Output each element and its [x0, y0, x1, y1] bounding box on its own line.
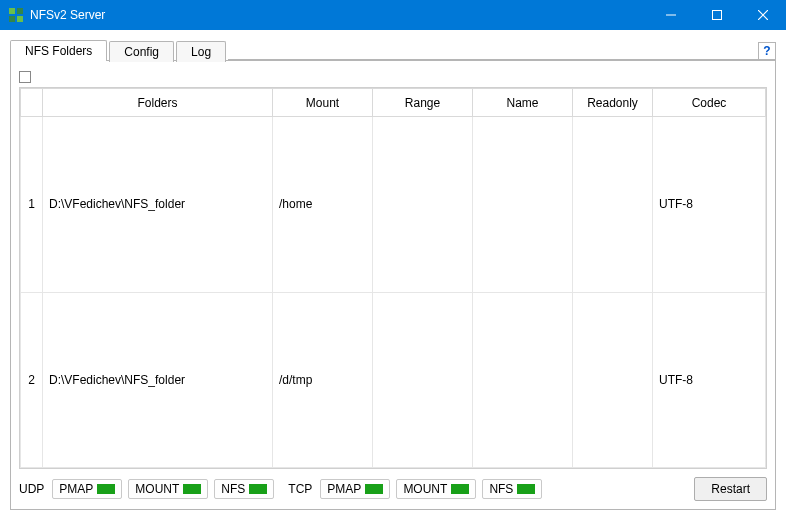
cell-codec[interactable]: UTF-8 [653, 292, 766, 468]
close-button[interactable] [740, 0, 786, 30]
minimize-button[interactable] [648, 0, 694, 30]
select-all-checkbox[interactable] [19, 71, 31, 83]
tcp-nfs-status: NFS [482, 479, 542, 499]
cell-readonly[interactable] [573, 292, 653, 468]
tab-log[interactable]: Log [176, 41, 226, 62]
help-button[interactable]: ? [758, 42, 776, 60]
maximize-button[interactable] [694, 0, 740, 30]
status-bar: UDP PMAP MOUNT NFS TCP PMAP MOUNT NFS Re… [19, 469, 767, 501]
col-folders[interactable]: Folders [43, 89, 273, 117]
udp-label: UDP [19, 482, 44, 496]
tab-bar: NFS Folders Config Log ? [10, 38, 776, 60]
grid-header: Folders Mount Range Name Readonly Codec [21, 89, 766, 117]
titlebar: NFSv2 Server [0, 0, 786, 30]
app-icon [8, 7, 24, 23]
col-range[interactable]: Range [373, 89, 473, 117]
cell-readonly[interactable] [573, 117, 653, 293]
status-led-icon [365, 484, 383, 494]
cell-name[interactable] [473, 117, 573, 293]
cell-folders[interactable]: D:\VFedichev\NFS_folder [43, 292, 273, 468]
cell-mount[interactable]: /d/tmp [273, 292, 373, 468]
status-led-icon [451, 484, 469, 494]
row-number: 1 [21, 117, 43, 293]
folders-grid: Folders Mount Range Name Readonly Codec … [19, 87, 767, 469]
svg-rect-5 [713, 11, 722, 20]
tcp-pmap-status: PMAP [320, 479, 390, 499]
col-mount[interactable]: Mount [273, 89, 373, 117]
svg-rect-0 [9, 8, 15, 14]
cell-folders[interactable]: D:\VFedichev\NFS_folder [43, 117, 273, 293]
svg-rect-1 [17, 8, 23, 14]
status-led-icon [249, 484, 267, 494]
row-number: 2 [21, 292, 43, 468]
tab-config[interactable]: Config [109, 41, 174, 62]
window-title: NFSv2 Server [30, 8, 648, 22]
cell-mount[interactable]: /home [273, 117, 373, 293]
cell-range[interactable] [373, 117, 473, 293]
cell-name[interactable] [473, 292, 573, 468]
col-codec[interactable]: Codec [653, 89, 766, 117]
tcp-mount-status: MOUNT [396, 479, 476, 499]
restart-button[interactable]: Restart [694, 477, 767, 501]
svg-rect-3 [17, 16, 23, 22]
col-rownum[interactable] [21, 89, 43, 117]
cell-range[interactable] [373, 292, 473, 468]
status-led-icon [517, 484, 535, 494]
tab-content: Folders Mount Range Name Readonly Codec … [10, 60, 776, 510]
tab-nfs-folders[interactable]: NFS Folders [10, 40, 107, 61]
col-name[interactable]: Name [473, 89, 573, 117]
udp-nfs-status: NFS [214, 479, 274, 499]
tcp-label: TCP [288, 482, 312, 496]
col-readonly[interactable]: Readonly [573, 89, 653, 117]
udp-pmap-status: PMAP [52, 479, 122, 499]
status-led-icon [183, 484, 201, 494]
cell-codec[interactable]: UTF-8 [653, 117, 766, 293]
table-row[interactable]: 2 D:\VFedichev\NFS_folder /d/tmp UTF-8 [21, 292, 766, 468]
status-led-icon [97, 484, 115, 494]
svg-rect-2 [9, 16, 15, 22]
table-row[interactable]: 1 D:\VFedichev\NFS_folder /home UTF-8 [21, 117, 766, 293]
udp-mount-status: MOUNT [128, 479, 208, 499]
